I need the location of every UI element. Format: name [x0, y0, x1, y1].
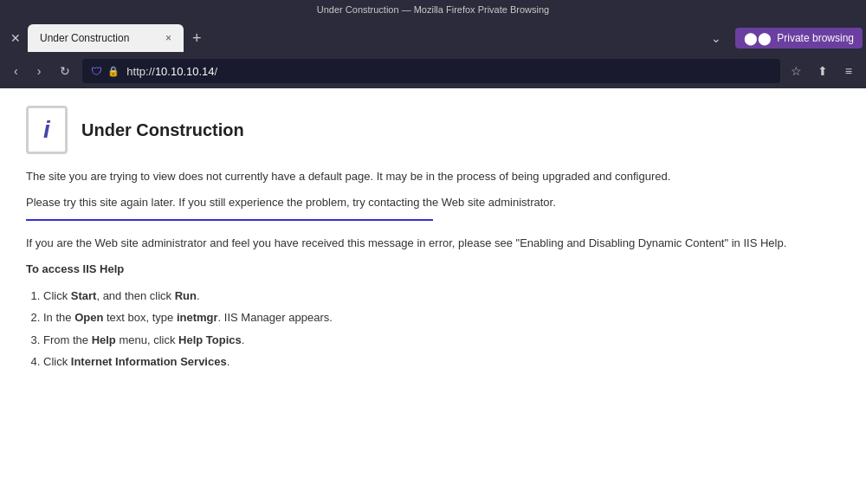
- steps-list: Click Start, and then click Run. In the …: [43, 286, 840, 372]
- inetmgr-code: inetmgr: [177, 311, 218, 324]
- address-bar-icons: 🛡 🔒: [91, 65, 120, 78]
- nav-bar: ‹ › ↻ 🛡 🔒 http://10.10.10.14/ ☆ ⬆ ≡: [0, 54, 866, 88]
- info-icon-container: i: [26, 106, 68, 154]
- page-content: i Under Construction The site you are tr…: [0, 88, 866, 504]
- page-header: i Under Construction: [26, 106, 840, 154]
- lock-icon: 🔒: [107, 66, 120, 77]
- reload-button[interactable]: ↻: [53, 61, 77, 81]
- tab-close-button[interactable]: ×: [165, 32, 171, 44]
- address-url: http://10.10.10.14/: [126, 65, 771, 78]
- para3: If you are the Web site administrator an…: [26, 235, 840, 252]
- private-browsing-icon: ⬤⬤: [744, 31, 772, 45]
- new-tab-button[interactable]: +: [184, 27, 210, 49]
- helptopics-bold: Help Topics: [178, 333, 242, 346]
- address-bar[interactable]: 🛡 🔒 http://10.10.10.14/: [82, 59, 779, 83]
- para2: Please try this site again later. If you…: [26, 194, 840, 211]
- shield-icon: 🛡: [91, 65, 102, 78]
- divider: [26, 219, 433, 221]
- tab-label: Under Construction: [40, 32, 129, 44]
- back-button[interactable]: ‹: [7, 61, 25, 81]
- tab-bar-right: ⌄ ⬤⬤ Private browsing: [704, 28, 863, 48]
- iis-bold: Internet Information Services: [71, 355, 227, 368]
- url-host: 10.10.10.14: [155, 65, 215, 78]
- help-bold: Help: [92, 333, 116, 346]
- browser-close-button[interactable]: ✕: [3, 28, 28, 48]
- menu-button[interactable]: ≡: [838, 61, 859, 81]
- nav-right: ☆ ⬆ ≡: [785, 61, 859, 81]
- url-suffix: /: [215, 65, 218, 78]
- open-bold: Open: [74, 311, 103, 324]
- title-bar: Under Construction — Mozilla Firefox Pri…: [0, 0, 866, 19]
- info-icon: i: [43, 116, 50, 144]
- share-button[interactable]: ⬆: [811, 61, 835, 81]
- private-browsing-label: Private browsing: [777, 32, 854, 44]
- list-item: Click Start, and then click Run.: [43, 286, 840, 306]
- para1: The site you are trying to view does not…: [26, 168, 840, 185]
- private-browsing-badge[interactable]: ⬤⬤ Private browsing: [735, 28, 863, 48]
- list-item: Click Internet Information Services.: [43, 352, 840, 372]
- active-tab[interactable]: Under Construction ×: [28, 24, 184, 52]
- tab-bar: ✕ Under Construction × + ⌄ ⬤⬤ Private br…: [0, 19, 866, 54]
- run-bold: Run: [175, 289, 197, 302]
- page-body: The site you are trying to view does not…: [26, 168, 840, 372]
- list-item: From the Help menu, click Help Topics.: [43, 330, 840, 350]
- forward-button[interactable]: ›: [30, 61, 48, 81]
- bookmark-button[interactable]: ☆: [785, 62, 807, 80]
- list-item: In the Open text box, type inetmgr. IIS …: [43, 307, 840, 327]
- page-title: Under Construction: [81, 120, 244, 140]
- start-bold: Start: [71, 289, 97, 302]
- url-prefix: http://: [126, 65, 155, 78]
- tab-list-button[interactable]: ⌄: [704, 29, 728, 47]
- section-title: To access IIS Help: [26, 261, 840, 278]
- title-bar-text: Under Construction — Mozilla Firefox Pri…: [317, 4, 549, 15]
